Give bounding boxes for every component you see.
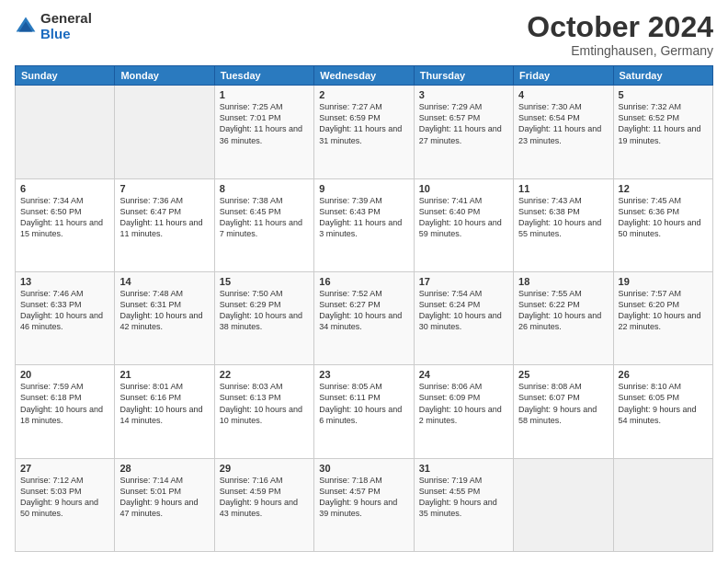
day-info: Sunrise: 7:27 AM Sunset: 6:59 PM Dayligh… <box>319 101 408 146</box>
day-number: 22 <box>220 369 309 380</box>
day-number: 4 <box>518 89 608 100</box>
calendar-cell: 26Sunrise: 8:10 AM Sunset: 6:05 PM Dayli… <box>613 365 712 458</box>
month-title: October 2024 <box>527 11 713 43</box>
day-header-tuesday: Tuesday <box>214 66 313 86</box>
calendar-cell: 19Sunrise: 7:57 AM Sunset: 6:20 PM Dayli… <box>613 271 712 364</box>
day-number: 7 <box>119 183 209 194</box>
calendar-cell: 18Sunrise: 7:55 AM Sunset: 6:22 PM Dayli… <box>514 271 613 364</box>
day-number: 3 <box>419 89 508 100</box>
day-number: 11 <box>518 183 608 194</box>
day-header-sunday: Sunday <box>16 66 115 86</box>
calendar-cell: 1Sunrise: 7:25 AM Sunset: 7:01 PM Daylig… <box>214 86 313 178</box>
day-number: 5 <box>619 89 708 100</box>
calendar-cell <box>613 458 712 551</box>
logo: General Blue <box>15 11 92 41</box>
day-info: Sunrise: 7:52 AM Sunset: 6:27 PM Dayligh… <box>319 288 408 333</box>
day-number: 10 <box>419 183 508 194</box>
day-number: 31 <box>419 463 508 474</box>
calendar-cell: 21Sunrise: 8:01 AM Sunset: 6:16 PM Dayli… <box>115 365 214 458</box>
day-number: 1 <box>220 89 309 100</box>
calendar-cell: 13Sunrise: 7:46 AM Sunset: 6:33 PM Dayli… <box>16 271 115 364</box>
day-number: 27 <box>20 463 109 474</box>
day-info: Sunrise: 7:55 AM Sunset: 6:22 PM Dayligh… <box>518 288 608 333</box>
calendar-cell: 8Sunrise: 7:38 AM Sunset: 6:45 PM Daylig… <box>214 178 313 271</box>
day-header-thursday: Thursday <box>414 66 513 86</box>
day-number: 14 <box>119 276 209 287</box>
day-number: 13 <box>20 276 109 287</box>
day-info: Sunrise: 7:32 AM Sunset: 6:52 PM Dayligh… <box>619 101 708 146</box>
day-number: 20 <box>20 369 109 380</box>
day-info: Sunrise: 7:45 AM Sunset: 6:36 PM Dayligh… <box>619 195 708 240</box>
calendar-cell: 16Sunrise: 7:52 AM Sunset: 6:27 PM Dayli… <box>314 271 414 364</box>
calendar-cell: 27Sunrise: 7:12 AM Sunset: 5:03 PM Dayli… <box>16 458 115 551</box>
day-info: Sunrise: 8:08 AM Sunset: 6:07 PM Dayligh… <box>518 381 608 426</box>
logo-general: General <box>40 11 92 27</box>
day-info: Sunrise: 7:18 AM Sunset: 4:57 PM Dayligh… <box>319 475 408 520</box>
calendar-cell: 22Sunrise: 8:03 AM Sunset: 6:13 PM Dayli… <box>214 365 313 458</box>
day-header-saturday: Saturday <box>613 66 712 86</box>
day-info: Sunrise: 7:46 AM Sunset: 6:33 PM Dayligh… <box>20 288 109 333</box>
calendar-cell: 2Sunrise: 7:27 AM Sunset: 6:59 PM Daylig… <box>314 86 414 178</box>
day-number: 19 <box>619 276 708 287</box>
calendar-cell: 12Sunrise: 7:45 AM Sunset: 6:36 PM Dayli… <box>613 178 712 271</box>
day-info: Sunrise: 8:01 AM Sunset: 6:16 PM Dayligh… <box>119 381 209 426</box>
calendar-cell: 24Sunrise: 8:06 AM Sunset: 6:09 PM Dayli… <box>414 365 513 458</box>
day-number: 25 <box>518 369 608 380</box>
day-number: 30 <box>319 463 408 474</box>
day-info: Sunrise: 7:43 AM Sunset: 6:38 PM Dayligh… <box>518 195 608 240</box>
day-info: Sunrise: 7:39 AM Sunset: 6:43 PM Dayligh… <box>319 195 408 240</box>
calendar-cell: 3Sunrise: 7:29 AM Sunset: 6:57 PM Daylig… <box>414 86 513 178</box>
day-info: Sunrise: 7:16 AM Sunset: 4:59 PM Dayligh… <box>220 475 309 520</box>
day-number: 28 <box>119 463 209 474</box>
day-info: Sunrise: 7:57 AM Sunset: 6:20 PM Dayligh… <box>619 288 708 333</box>
day-info: Sunrise: 8:06 AM Sunset: 6:09 PM Dayligh… <box>419 381 508 426</box>
day-number: 2 <box>319 89 408 100</box>
calendar-table: SundayMondayTuesdayWednesdayThursdayFrid… <box>15 65 713 552</box>
day-number: 16 <box>319 276 408 287</box>
calendar-cell <box>16 86 115 178</box>
day-number: 17 <box>419 276 508 287</box>
day-number: 26 <box>619 369 708 380</box>
day-info: Sunrise: 7:14 AM Sunset: 5:01 PM Dayligh… <box>119 475 209 520</box>
title-block: October 2024 Emtinghausen, Germany <box>527 11 713 58</box>
day-info: Sunrise: 8:10 AM Sunset: 6:05 PM Dayligh… <box>619 381 708 426</box>
day-info: Sunrise: 7:59 AM Sunset: 6:18 PM Dayligh… <box>20 381 109 426</box>
calendar-cell: 20Sunrise: 7:59 AM Sunset: 6:18 PM Dayli… <box>16 365 115 458</box>
day-info: Sunrise: 7:50 AM Sunset: 6:29 PM Dayligh… <box>220 288 309 333</box>
day-info: Sunrise: 7:29 AM Sunset: 6:57 PM Dayligh… <box>419 101 508 146</box>
day-number: 18 <box>518 276 608 287</box>
calendar-cell: 23Sunrise: 8:05 AM Sunset: 6:11 PM Dayli… <box>314 365 414 458</box>
day-number: 29 <box>220 463 309 474</box>
calendar-cell: 7Sunrise: 7:36 AM Sunset: 6:47 PM Daylig… <box>115 178 214 271</box>
calendar-cell: 30Sunrise: 7:18 AM Sunset: 4:57 PM Dayli… <box>314 458 414 551</box>
calendar-cell: 10Sunrise: 7:41 AM Sunset: 6:40 PM Dayli… <box>414 178 513 271</box>
day-info: Sunrise: 7:41 AM Sunset: 6:40 PM Dayligh… <box>419 195 508 240</box>
day-info: Sunrise: 7:19 AM Sunset: 4:55 PM Dayligh… <box>419 475 508 520</box>
day-info: Sunrise: 7:54 AM Sunset: 6:24 PM Dayligh… <box>419 288 508 333</box>
calendar-cell: 31Sunrise: 7:19 AM Sunset: 4:55 PM Dayli… <box>414 458 513 551</box>
logo-blue: Blue <box>40 27 92 42</box>
day-info: Sunrise: 7:48 AM Sunset: 6:31 PM Dayligh… <box>119 288 209 333</box>
day-info: Sunrise: 8:05 AM Sunset: 6:11 PM Dayligh… <box>319 381 408 426</box>
calendar-cell: 15Sunrise: 7:50 AM Sunset: 6:29 PM Dayli… <box>214 271 313 364</box>
day-number: 12 <box>619 183 708 194</box>
calendar-cell: 6Sunrise: 7:34 AM Sunset: 6:50 PM Daylig… <box>16 178 115 271</box>
day-header-monday: Monday <box>115 66 214 86</box>
day-info: Sunrise: 7:34 AM Sunset: 6:50 PM Dayligh… <box>20 195 109 240</box>
calendar-cell: 29Sunrise: 7:16 AM Sunset: 4:59 PM Dayli… <box>214 458 313 551</box>
day-number: 6 <box>20 183 109 194</box>
day-info: Sunrise: 7:36 AM Sunset: 6:47 PM Dayligh… <box>119 195 209 240</box>
day-info: Sunrise: 7:38 AM Sunset: 6:45 PM Dayligh… <box>220 195 309 240</box>
day-number: 21 <box>119 369 209 380</box>
day-number: 9 <box>319 183 408 194</box>
day-number: 23 <box>319 369 408 380</box>
day-number: 15 <box>220 276 309 287</box>
day-header-friday: Friday <box>514 66 613 86</box>
calendar-cell: 5Sunrise: 7:32 AM Sunset: 6:52 PM Daylig… <box>613 86 712 178</box>
calendar-cell: 9Sunrise: 7:39 AM Sunset: 6:43 PM Daylig… <box>314 178 414 271</box>
calendar-cell: 14Sunrise: 7:48 AM Sunset: 6:31 PM Dayli… <box>115 271 214 364</box>
day-header-wednesday: Wednesday <box>314 66 414 86</box>
location: Emtinghausen, Germany <box>527 43 713 58</box>
calendar-cell: 11Sunrise: 7:43 AM Sunset: 6:38 PM Dayli… <box>514 178 613 271</box>
logo-icon <box>15 16 37 38</box>
